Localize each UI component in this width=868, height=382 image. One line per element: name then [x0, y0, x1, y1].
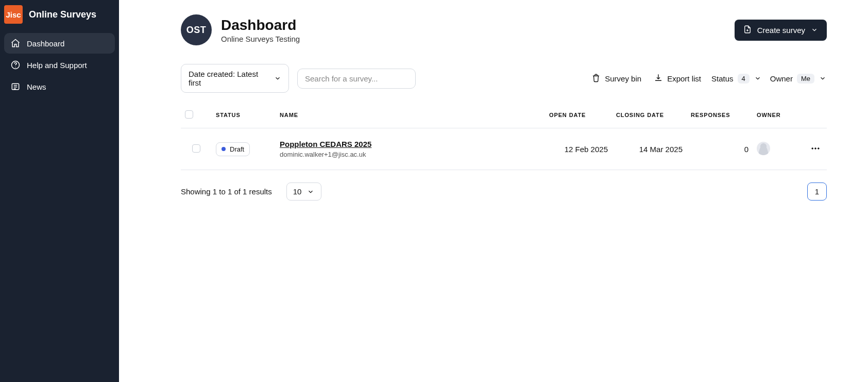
file-plus-icon [743, 25, 752, 36]
survey-owner-email: dominic.walker+1@jisc.ac.uk [280, 151, 541, 158]
page-title-wrap: OST Dashboard Online Surveys Testing [181, 14, 300, 45]
chevron-down-icon [754, 74, 762, 82]
sort-select[interactable]: Date created: Latest first [181, 64, 289, 93]
col-header-name: Name [276, 105, 545, 128]
sidebar-item-label: Dashboard [27, 39, 64, 48]
results-info: Showing 1 to 1 of 1 results [181, 187, 272, 196]
search-input-wrap [297, 69, 416, 89]
col-header-owner: Owner [753, 105, 804, 128]
page-size-select[interactable]: 10 [286, 182, 322, 201]
export-list-link[interactable]: Export list [652, 70, 703, 87]
status-filter[interactable]: Status 4 [711, 74, 762, 84]
sidebar-item-news[interactable]: News [4, 76, 115, 97]
owner-me-badge: Me [797, 74, 814, 84]
home-icon [10, 38, 21, 48]
sidebar-item-help[interactable]: Help and Support [4, 55, 115, 75]
page-title: Dashboard [221, 16, 300, 34]
row-checkbox[interactable] [192, 144, 200, 153]
sidebar-item-dashboard[interactable]: Dashboard [4, 33, 115, 54]
cell-responses: 0 [687, 128, 753, 170]
select-all-checkbox[interactable] [185, 110, 193, 119]
cell-closing-date: 14 Mar 2025 [612, 128, 687, 170]
status-dot-icon [222, 147, 226, 151]
org-avatar: OST [181, 14, 212, 45]
status-chip: Draft [216, 142, 250, 156]
col-header-open-date: Open Date [545, 105, 612, 128]
status-label: Draft [230, 145, 244, 153]
chevron-down-icon [810, 26, 819, 34]
chevron-down-icon [819, 74, 827, 82]
owner-avatar [757, 142, 770, 155]
page-header: OST Dashboard Online Surveys Testing Cre… [181, 14, 827, 45]
sidebar: Jisc Online Surveys Dashboard Help and S… [0, 0, 119, 382]
brand-title: Online Surveys [29, 9, 96, 20]
table-row: Draft Poppleton CEDARS 2025 dominic.walk… [181, 128, 827, 170]
col-header-responses: Responses [687, 105, 753, 128]
row-actions-button[interactable] [810, 146, 821, 155]
survey-bin-link[interactable]: Survey bin [589, 70, 643, 87]
svg-point-5 [818, 147, 820, 149]
svg-point-3 [812, 147, 813, 149]
trash-icon [591, 73, 601, 84]
jisc-logo: Jisc [4, 5, 23, 24]
survey-bin-label: Survey bin [605, 74, 641, 83]
main: OST Dashboard Online Surveys Testing Cre… [119, 0, 868, 382]
sort-label: Date created: Latest first [189, 70, 267, 87]
chevron-down-icon [307, 188, 315, 196]
surveys-table: Status Name Open Date Closing Date Respo… [181, 105, 827, 170]
create-survey-button[interactable]: Create survey [735, 20, 827, 41]
help-icon [10, 60, 21, 70]
table-footer: Showing 1 to 1 of 1 results 10 1 [181, 170, 827, 201]
sidebar-item-label: News [27, 82, 46, 91]
chevron-down-icon [274, 74, 281, 82]
survey-name-link[interactable]: Poppleton CEDARS 2025 [280, 140, 541, 148]
svg-point-4 [815, 147, 816, 149]
toolbar: Date created: Latest first Survey bin E [181, 64, 827, 93]
sidebar-nav: Dashboard Help and Support News [0, 33, 119, 97]
page-size-value: 10 [293, 187, 302, 196]
status-count-badge: 4 [738, 74, 750, 84]
page-number-button[interactable]: 1 [807, 182, 827, 201]
page-subtitle: Online Surveys Testing [221, 35, 300, 43]
download-icon [654, 73, 663, 84]
col-header-closing-date: Closing Date [612, 105, 687, 128]
export-list-label: Export list [667, 74, 701, 83]
owner-filter[interactable]: Owner Me [770, 74, 827, 84]
svg-point-1 [15, 67, 15, 68]
sidebar-header: Jisc Online Surveys [0, 0, 119, 33]
status-filter-label: Status [711, 74, 734, 83]
cell-open-date: 12 Feb 2025 [545, 128, 612, 170]
sidebar-item-label: Help and Support [27, 61, 87, 70]
search-input[interactable] [305, 74, 408, 83]
create-survey-label: Create survey [757, 26, 805, 35]
news-icon [10, 81, 21, 92]
col-header-status: Status [212, 105, 276, 128]
owner-filter-label: Owner [770, 74, 793, 83]
